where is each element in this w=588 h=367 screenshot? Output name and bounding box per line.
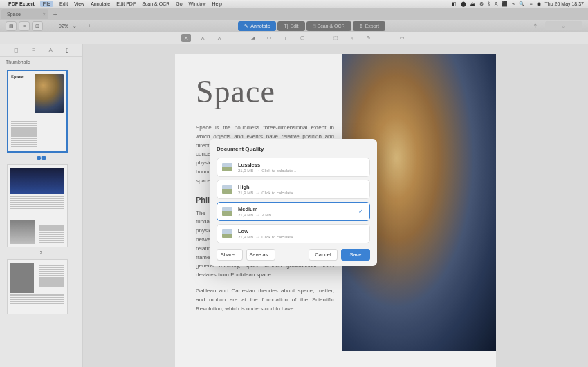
status-icon[interactable]: ⬤ — [461, 1, 466, 7]
toolbar: ▤ ≡ ⊞ 92% ⌄ − + ✎ Annotate T| Edit ⌼ Sca… — [0, 20, 588, 32]
status-icon[interactable]: ⚙ — [479, 1, 484, 7]
quality-preview-icon — [222, 185, 232, 194]
thumbnails-list: Space 1 2 — [0, 67, 82, 320]
pen-icon[interactable]: ◢ — [248, 34, 257, 42]
menu-file[interactable]: File — [40, 1, 53, 7]
datetime[interactable]: Thu 26 May 18:37 — [545, 1, 584, 6]
quality-option-lossless[interactable]: Lossless 21,9 MB→Click to calculate ... — [217, 158, 370, 177]
mode-scan-button[interactable]: ⌼ Scan & OCR — [306, 21, 351, 31]
thumbnail-page-3[interactable] — [7, 259, 68, 314]
sidebar-toggle-button[interactable]: ▤ — [6, 21, 17, 31]
status-icon[interactable]: ᛒ — [488, 1, 490, 6]
zoom-out-button[interactable]: − — [81, 23, 84, 28]
toolbar-modes: ✎ Annotate T| Edit ⌼ Scan & OCR ↥ Export — [238, 21, 385, 31]
text-tool-icon[interactable]: A — [198, 34, 208, 42]
quality-options-list: Lossless 21,9 MB→Click to calculate ... … — [217, 158, 370, 243]
quality-name: Low — [238, 228, 365, 234]
note-icon[interactable]: ⬚ — [331, 34, 340, 42]
annotations-tab-icon[interactable]: A — [48, 47, 52, 53]
outline-tab-icon[interactable]: ≡ — [32, 47, 35, 53]
sidebar-tabs: ◻ ≡ A ▯ — [0, 44, 82, 57]
zoom-dropdown-icon[interactable]: ⌄ — [73, 23, 77, 29]
dialog-buttons: Share... Save as... Cancel Save — [217, 249, 370, 261]
view-mode-list-button[interactable]: ≡ — [19, 21, 30, 31]
cancel-button[interactable]: Cancel — [309, 249, 338, 261]
page-number-2: 2 — [7, 250, 75, 255]
thumb-image — [10, 220, 35, 244]
bookmarks-tab-icon[interactable]: ◻ — [14, 47, 19, 53]
status-icon[interactable]: ⛰ — [470, 1, 475, 6]
thumbnail-page-1[interactable]: Space — [7, 70, 68, 153]
page-paragraph: Galilean and Cartesian theories about sp… — [196, 287, 334, 313]
add-tab-button[interactable]: + — [53, 10, 57, 18]
control-center-icon[interactable]: ≡ — [529, 1, 532, 6]
quality-option-medium[interactable]: Medium 21,9 MB→2 MB ✓ — [217, 202, 370, 221]
view-mode-grid-button[interactable]: ⊞ — [32, 21, 43, 31]
tab-title: Space — [7, 12, 21, 17]
quality-preview-icon — [222, 207, 232, 216]
quality-name: Medium — [238, 206, 365, 212]
annotate-toolbar: A A A ◢ ⬭ T ▢ ⬚ ♀ ✎ ▭ — [0, 32, 588, 44]
thumb-image — [10, 168, 64, 194]
document-tab[interactable]: Space × — [1, 9, 48, 19]
status-icon[interactable]: ◧ — [452, 1, 457, 7]
menubar-right: ◧ ⬤ ⛰ ⚙ ᛒ A ⬛ ⌁ 🔍 ≡ ◉ Thu 26 May 18:37 — [452, 1, 584, 7]
mode-label: Export — [365, 23, 379, 28]
text-box-icon[interactable]: T — [281, 34, 291, 42]
share-icon[interactable]: ↥ — [533, 23, 538, 30]
menu-help[interactable]: Help — [212, 1, 222, 6]
edit-icon: T| — [284, 23, 288, 28]
status-icon[interactable]: A — [495, 1, 498, 6]
quality-option-low[interactable]: Low 21,9 MB→Click to calculate ... — [217, 224, 370, 243]
highlight-text-icon[interactable]: A — [181, 34, 191, 42]
crop-icon[interactable]: ▭ — [397, 34, 407, 42]
sidebar-section-label: Thumbnails — [0, 57, 82, 67]
search-icon[interactable]: 🔍 — [519, 1, 525, 7]
menu-go[interactable]: Go — [176, 1, 182, 6]
thumbnail-page-2[interactable] — [7, 164, 68, 247]
share-button[interactable]: Share... — [217, 249, 243, 261]
text-style-icon[interactable]: A — [214, 34, 224, 42]
sidebar: ◻ ≡ A ▯ Thumbnails Space 1 — [0, 44, 83, 367]
menu-window[interactable]: Window — [189, 1, 206, 6]
signature-icon[interactable]: ✎ — [364, 34, 374, 42]
wifi-icon[interactable]: ⌁ — [512, 1, 515, 7]
stamp-icon[interactable]: ♀ — [347, 34, 357, 42]
document-quality-dialog: Document Quality Lossless 21,9 MB→Click … — [210, 139, 377, 266]
mode-export-button[interactable]: ↥ Export — [353, 21, 385, 31]
dialog-title: Document Quality — [217, 146, 370, 152]
save-button[interactable]: Save — [341, 249, 370, 261]
app-name[interactable]: PDF Expert — [8, 1, 35, 6]
menu-edit-pdf[interactable]: Edit PDF — [116, 1, 136, 6]
eraser-icon[interactable]: ⬭ — [264, 34, 274, 42]
status-icon[interactable]: ⬛ — [502, 1, 508, 7]
mode-edit-button[interactable]: T| Edit — [277, 21, 304, 31]
zoom-in-button[interactable]: + — [88, 23, 91, 28]
shape-icon[interactable]: ▢ — [297, 34, 307, 42]
menu-scan-ocr[interactable]: Scan & OCR — [142, 1, 169, 6]
search-input[interactable]: ⌕ — [545, 21, 582, 30]
menu-view[interactable]: View — [74, 1, 84, 6]
menu-edit[interactable]: Edit — [59, 1, 68, 6]
scan-icon: ⌼ — [313, 23, 315, 28]
annotate-icon: ✎ — [244, 23, 248, 29]
mode-label: Scan & OCR — [318, 23, 345, 28]
save-as-button[interactable]: Save as... — [246, 249, 275, 261]
mode-label: Annotate — [250, 23, 270, 28]
toolbar-right: ↥ ⌕ — [533, 21, 582, 30]
quality-size: 21,9 MB→2 MB — [238, 213, 365, 217]
check-icon: ✓ — [358, 208, 364, 215]
tab-close-icon[interactable]: × — [43, 12, 46, 17]
mode-annotate-button[interactable]: ✎ Annotate — [238, 21, 276, 31]
page-number-1: 1 — [37, 156, 46, 160]
quality-preview-icon — [222, 229, 232, 238]
thumbnails-tab-icon[interactable]: ▯ — [66, 47, 68, 53]
menu-annotate[interactable]: Annotate — [91, 1, 110, 6]
thumb-image — [35, 74, 64, 113]
siri-icon[interactable]: ◉ — [537, 1, 541, 7]
quality-size: 21,9 MB→Click to calculate ... — [238, 169, 365, 173]
export-icon: ↥ — [359, 23, 363, 29]
menubar: PDF Expert File Edit View Annotate Edit … — [0, 0, 588, 8]
zoom-value[interactable]: 92% — [59, 23, 68, 28]
quality-option-high[interactable]: High 21,9 MB→Click to calculate ... — [217, 180, 370, 199]
